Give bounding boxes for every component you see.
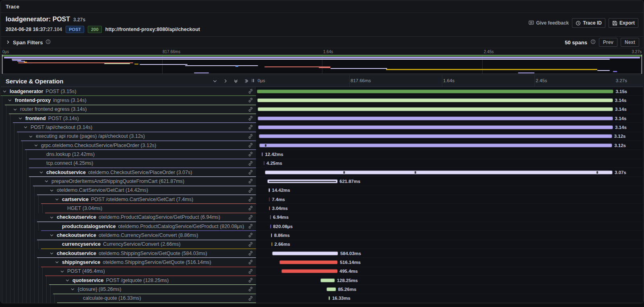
- span-name-cell[interactable]: {closure} (85.26ms): [1, 285, 256, 294]
- span-bar[interactable]: [257, 89, 613, 93]
- span-name-cell[interactable]: shippingserviceoteldemo.ShippingService/…: [1, 258, 256, 267]
- span-row[interactable]: executing api route (pages) /api/checkou…: [1, 132, 643, 141]
- span-row[interactable]: grpc.oteldemo.CheckoutService/PlaceOrder…: [1, 141, 643, 150]
- span-row[interactable]: shippingserviceoteldemo.ShippingService/…: [1, 258, 643, 267]
- span-bar[interactable]: [326, 287, 336, 291]
- span-bar[interactable]: [320, 278, 335, 282]
- span-name-cell[interactable]: router frontend egress (3.14s): [1, 105, 256, 114]
- span-row[interactable]: HGET (3.04ms)3.04ms: [1, 204, 643, 213]
- chevron-down-icon[interactable]: [55, 197, 60, 201]
- link-icon[interactable]: [248, 143, 256, 148]
- span-filters-toggle[interactable]: Span Filters: [6, 39, 51, 46]
- span-bar[interactable]: [265, 170, 613, 174]
- link-icon[interactable]: [248, 251, 256, 256]
- collapse-one-icon[interactable]: [213, 79, 217, 83]
- span-bar[interactable]: [257, 98, 613, 102]
- link-icon[interactable]: [248, 178, 256, 184]
- span-bar[interactable]: [258, 125, 613, 129]
- link-icon[interactable]: [248, 278, 256, 283]
- span-name-cell[interactable]: oteldemo.CartService/GetCart (14.42ms): [1, 186, 256, 195]
- prev-button[interactable]: Prev: [599, 38, 617, 47]
- span-name-cell[interactable]: loadgeneratorPOST (3.15s): [1, 87, 256, 96]
- chevron-down-icon[interactable]: [50, 188, 54, 193]
- span-name-cell[interactable]: currencyserviceCurrencyService/Convert (…: [1, 240, 256, 249]
- span-name-cell[interactable]: POST /api/checkout (3.14s): [1, 123, 256, 132]
- chevron-down-icon[interactable]: [60, 269, 65, 274]
- export-button[interactable]: Export: [609, 18, 638, 28]
- span-bar[interactable]: [258, 107, 613, 111]
- chevron-down-icon[interactable]: [29, 134, 33, 139]
- span-row[interactable]: POST (495.4ms)495.4ms: [1, 267, 643, 276]
- span-row[interactable]: currencyserviceCurrencyService/Convert (…: [1, 240, 643, 249]
- span-row[interactable]: quoteservicePOST /getquote (128.25ms)128…: [1, 276, 643, 285]
- span-name-cell[interactable]: cartservicePOST /oteldemo.CartService/Ge…: [1, 195, 256, 204]
- span-bar[interactable]: [267, 179, 338, 183]
- span-name-cell[interactable]: tcp.connect (4.25ms): [1, 159, 256, 168]
- link-icon[interactable]: [248, 170, 256, 175]
- span-name-cell[interactable]: prepareOrderItemsAndShippingQuoteFromCar…: [1, 177, 256, 186]
- link-icon[interactable]: [248, 242, 256, 247]
- span-bar[interactable]: [272, 251, 339, 255]
- span-row[interactable]: loadgeneratorPOST (3.15s)3.15s: [1, 87, 643, 96]
- span-row[interactable]: cartservicePOST /oteldemo.CartService/Ge…: [1, 195, 643, 204]
- span-name-cell[interactable]: dns.lookup (12.42ms): [1, 150, 256, 159]
- span-bar[interactable]: [259, 143, 613, 147]
- link-icon[interactable]: [248, 286, 256, 292]
- span-row[interactable]: frontend-proxyingress (3.14s)3.14s: [1, 96, 643, 105]
- chevron-down-icon[interactable]: [70, 287, 75, 291]
- span-row[interactable]: oteldemo.CartService/GetCart (14.42ms)14…: [1, 186, 643, 195]
- chevron-down-icon[interactable]: [34, 143, 39, 147]
- span-bar[interactable]: [281, 269, 338, 273]
- link-icon[interactable]: [248, 97, 256, 103]
- chevron-down-icon[interactable]: [50, 251, 54, 255]
- span-bar[interactable]: [271, 242, 272, 246]
- chevron-down-icon[interactable]: [8, 98, 12, 102]
- span-name-cell[interactable]: checkoutserviceoteldemo.CurrencyService/…: [1, 231, 256, 240]
- chevron-down-icon[interactable]: [50, 215, 54, 220]
- span-name-cell[interactable]: grpc.oteldemo.CheckoutService/PlaceOrder…: [1, 141, 256, 150]
- span-name-cell[interactable]: calculate-quote (16.33ms): [1, 294, 256, 303]
- link-icon[interactable]: [248, 161, 256, 166]
- chevron-down-icon[interactable]: [23, 125, 28, 129]
- link-icon[interactable]: [248, 224, 256, 229]
- link-icon[interactable]: [248, 151, 256, 157]
- minimap-brush-handle[interactable]: [2, 55, 3, 74]
- trace-id-button[interactable]: Trace ID: [572, 18, 605, 28]
- span-bar[interactable]: [270, 215, 271, 219]
- span-row[interactable]: dns.lookup (12.42ms)12.42ms: [1, 150, 643, 159]
- chevron-down-icon[interactable]: [50, 233, 54, 237]
- span-name-cell[interactable]: checkoutserviceoteldemo.ProductCatalogSe…: [1, 213, 256, 222]
- span-row[interactable]: checkoutserviceoteldemo.CurrencyService/…: [1, 231, 643, 240]
- expand-all-icon[interactable]: [244, 79, 249, 83]
- span-name-cell[interactable]: productcatalogserviceoteldemo.ProductCat…: [1, 222, 256, 231]
- link-icon[interactable]: [248, 232, 256, 238]
- span-name-cell[interactable]: quoteservicePOST /getquote (128.25ms): [1, 276, 256, 285]
- span-bar[interactable]: [269, 197, 270, 201]
- span-name-cell[interactable]: HGET (3.04ms): [1, 204, 256, 213]
- span-bar[interactable]: [271, 233, 272, 237]
- span-row[interactable]: {closure} (85.26ms)85.26ms: [1, 285, 643, 294]
- next-button[interactable]: Next: [621, 38, 639, 47]
- span-row[interactable]: prepareOrderItemsAndShippingQuoteFromCar…: [1, 177, 643, 186]
- chevron-down-icon[interactable]: [13, 107, 18, 112]
- span-row[interactable]: router frontend egress (3.14s)3.14s: [1, 105, 643, 114]
- span-name-cell[interactable]: executing api route (pages) /api/checkou…: [1, 132, 256, 141]
- chevron-down-icon[interactable]: [55, 260, 60, 264]
- chevron-down-icon[interactable]: [44, 179, 49, 183]
- give-feedback-button[interactable]: Give feedback: [528, 18, 569, 28]
- link-icon[interactable]: [248, 89, 256, 94]
- span-row[interactable]: calculate-quote (16.33ms)16.33ms: [1, 294, 643, 303]
- link-icon[interactable]: [248, 107, 256, 112]
- link-icon[interactable]: [248, 124, 256, 130]
- expand-one-icon[interactable]: [223, 79, 228, 83]
- span-row[interactable]: checkoutserviceoteldemo.ProductCatalogSe…: [1, 213, 643, 222]
- span-bar[interactable]: [269, 206, 270, 210]
- minimap-canvas[interactable]: [2, 54, 642, 74]
- span-row[interactable]: productcatalogserviceoteldemo.ProductCat…: [1, 222, 643, 231]
- span-bar[interactable]: [270, 224, 271, 228]
- link-icon[interactable]: [248, 259, 256, 265]
- span-name-cell[interactable]: frontend-proxyingress (3.14s): [1, 96, 256, 105]
- chevron-down-icon[interactable]: [18, 116, 23, 120]
- chevron-down-icon[interactable]: [39, 170, 44, 174]
- span-bar[interactable]: [268, 188, 270, 192]
